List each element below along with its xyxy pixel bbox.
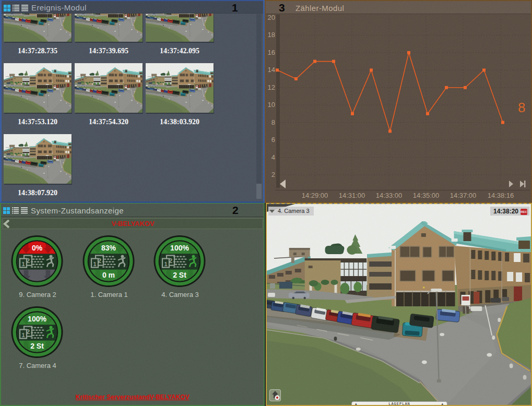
svg-text:0%: 0%	[32, 244, 43, 252]
svg-text:83%: 83%	[101, 244, 116, 252]
svg-text:1: 1	[21, 332, 25, 338]
svg-text:100%: 100%	[170, 244, 189, 252]
svg-text:1: 1	[164, 261, 167, 267]
svg-text:0 m: 0 m	[102, 271, 115, 279]
svg-text:1: 1	[93, 261, 96, 267]
svg-text:2 St: 2 St	[30, 342, 44, 350]
svg-text:100%: 100%	[28, 315, 46, 323]
svg-text:2 St: 2 St	[173, 271, 186, 279]
svg-text:1: 1	[21, 261, 25, 267]
